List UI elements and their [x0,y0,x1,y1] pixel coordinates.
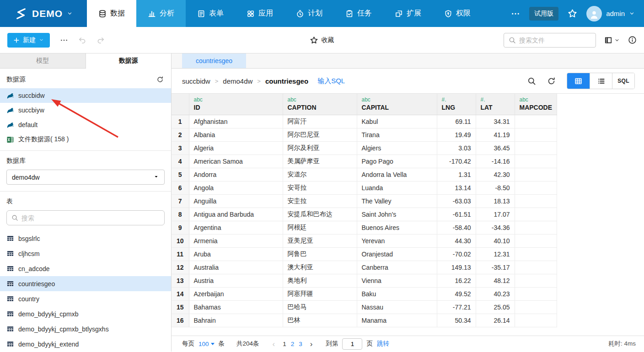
table-row: 16Bahrain巴林Manama50.3426.14 [172,314,557,327]
enter-sql-link[interactable]: 输入SQL [317,77,345,85]
more-actions-icon[interactable] [60,36,68,44]
nav-item-tasks[interactable]: 任务 [334,0,383,27]
table-row: 6Angola安哥拉Luanda13.14-8.50 [172,181,557,194]
refresh-icon[interactable] [547,77,556,85]
nav-item-permission[interactable]: 权限 [433,0,482,27]
row-number-cell: 11 [172,247,189,261]
goto-button[interactable]: 跳转 [377,340,389,348]
table-item[interactable]: cn_adcode [0,261,171,276]
column-header-lat[interactable]: #.LAT [476,94,515,115]
table-cell [515,128,557,141]
next-page-button[interactable]: › [309,340,314,348]
table-cell: -77.21 [437,300,476,314]
page-number[interactable]: 2 [289,341,297,347]
mysql-icon [6,92,14,100]
user-name: admin [606,10,625,17]
column-header-mapcode[interactable]: abcMAPCODE [515,94,557,115]
table-cell: Manama [357,314,437,327]
favorite-button[interactable]: 收藏 [310,36,334,44]
page-numbers: 123 [280,341,305,347]
column-type: #. [481,96,510,103]
star-icon [310,36,318,44]
table-cell: 17.07 [476,208,515,221]
table-cell: American Samoa [189,155,283,168]
database-select[interactable]: demo4dw [6,170,165,185]
layout-switch-button[interactable] [604,36,620,44]
table-cell: Austria [189,274,283,287]
breadcrumb-datasource[interactable]: succbidw [182,77,210,85]
column-header-id[interactable]: abcID [189,94,283,115]
sql-view-button[interactable]: SQL [612,73,634,89]
table-row: 2Albania阿尔巴尼亚Tirana19.4941.19 [172,128,557,141]
table-cell [515,300,557,314]
table-row: 4American Samoa美属萨摩亚Pago Pago-170.42-14.… [172,155,557,168]
page-number[interactable]: 1 [280,341,289,347]
file-search-input[interactable] [519,37,602,44]
row-number-cell: 3 [172,141,189,155]
chevron-down-icon [629,11,635,16]
breadcrumb-database[interactable]: demo4dw [223,77,252,85]
table-cell: The Valley [357,194,437,208]
goto-page-input[interactable] [342,338,362,350]
database-icon [98,10,107,18]
search-icon[interactable] [527,77,536,85]
column-header-lng[interactable]: #.LNG [437,94,476,115]
table-item[interactable]: cljhcsm [0,246,171,261]
datasource-item[interactable]: succbidw [0,88,171,103]
redo-icon[interactable] [97,36,105,44]
table-item[interactable]: country [0,291,171,306]
nav-item-form[interactable]: 表单 [186,0,235,27]
list-view-button[interactable] [590,73,612,89]
table-cell [515,181,557,194]
column-header-capital[interactable]: abcCAPITAL [357,94,437,115]
search-icon [509,37,516,44]
datasource-item[interactable]: succbiyw [0,103,171,117]
nav-item-plan[interactable]: 计划 [284,0,334,27]
table-cell: Azerbaijan [189,287,283,300]
brand[interactable]: DEMO [0,0,87,27]
table-item[interactable]: demo_bdyykj_cpmxb [0,306,171,321]
page-label: 页 [366,340,373,348]
refresh-icon[interactable] [156,76,164,83]
undo-icon[interactable] [78,36,86,44]
tab-datasource[interactable]: 数据源 [86,53,172,69]
document-tabs: countriesgeo [172,53,644,69]
table-item[interactable]: bsgslrlc [0,231,171,246]
prev-page-button[interactable]: ‹ [271,340,277,348]
table-item[interactable]: countriesgeo [0,276,171,291]
tab-model[interactable]: 模型 [0,53,86,69]
table-item[interactable]: demo_bdyykj_extend [0,336,171,352]
info-icon[interactable] [628,36,637,44]
table-cell: -35.17 [476,261,515,274]
new-button[interactable]: 新建 [7,33,50,48]
row-number-cell: 16 [172,314,189,327]
user-menu[interactable]: admin [586,6,635,21]
table-icon [6,280,14,288]
column-type: abc [194,96,278,103]
table-icon [6,265,14,272]
tab-countriesgeo[interactable]: countriesgeo [182,53,246,68]
table-row: 1Afghanistan阿富汗Kabul69.1134.31 [172,115,557,128]
per-page-select[interactable]: 100 [199,341,215,347]
table-search-input[interactable] [21,214,160,222]
table-item[interactable]: demo_bdyykj_cpmxb_btlysgxhs [0,321,171,336]
datasource-item[interactable]: default [0,117,171,132]
page-number[interactable]: 3 [296,341,305,347]
grid-view-button[interactable] [567,73,590,89]
more-menu-icon[interactable] [511,9,520,18]
main-area: countriesgeo succbidw > demo4dw > countr… [172,53,644,352]
chevron-down-icon [39,37,44,43]
table-cell: Luanda [357,181,437,194]
nav-item-apps[interactable]: 应用 [235,0,284,27]
favorites-star-icon[interactable] [568,9,577,18]
datasource-item[interactable]: 文件数据源( 158 ) [0,132,171,147]
nav-item-analysis[interactable]: 分析 [136,0,186,27]
column-type: abc [288,96,352,103]
nav-item-label: 分析 [160,9,174,18]
table-name: cn_adcode [18,265,50,272]
column-header-caption[interactable]: abcCAPTION [283,94,357,115]
nav-item-extension[interactable]: 扩展 [383,0,433,27]
nav-item-data[interactable]: 数据 [87,0,136,27]
content: 模型 数据源 数据源 succbidwsuccbiywdefault文件数据源(… [0,53,644,352]
chevron-down-icon [67,11,73,16]
